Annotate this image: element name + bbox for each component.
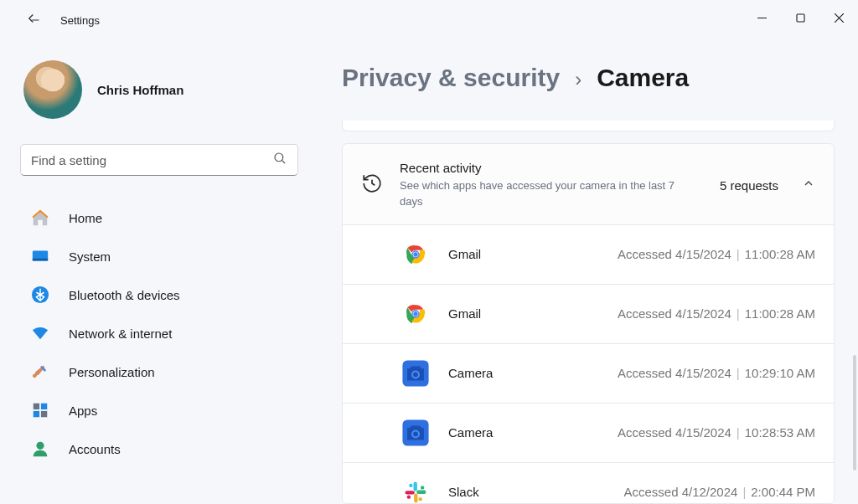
sidebar-item-personalization[interactable]: Personalization bbox=[20, 353, 298, 390]
breadcrumb: Privacy & security › Camera bbox=[342, 64, 835, 92]
sidebar-item-label: Personalization bbox=[69, 365, 155, 379]
svg-rect-3 bbox=[33, 259, 48, 261]
sidebar-item-home[interactable]: Home bbox=[20, 199, 298, 236]
activity-app-name: Gmail bbox=[448, 247, 540, 261]
recent-activity-header[interactable]: Recent activity See which apps have acce… bbox=[343, 144, 834, 224]
close-button[interactable] bbox=[819, 0, 858, 35]
svg-rect-27 bbox=[406, 491, 415, 494]
system-icon bbox=[30, 246, 50, 266]
camera-icon bbox=[401, 419, 430, 447]
svg-point-28 bbox=[409, 483, 412, 486]
maximize-icon bbox=[796, 13, 805, 23]
svg-rect-7 bbox=[34, 411, 39, 417]
activity-app-name: Camera bbox=[448, 425, 540, 440]
activity-access-time: Accessed 4/12/2024|2:00:44 PM bbox=[559, 485, 815, 499]
panel-title: Recent activity bbox=[400, 161, 703, 175]
bluetooth-icon bbox=[30, 285, 50, 305]
breadcrumb-parent[interactable]: Privacy & security bbox=[342, 64, 560, 92]
activity-row[interactable]: GmailAccessed 4/15/2024|11:00:28 AM bbox=[343, 224, 834, 284]
request-count: 5 requests bbox=[720, 178, 778, 193]
svg-rect-25 bbox=[416, 490, 426, 493]
prev-card-bottom bbox=[342, 121, 835, 131]
svg-point-31 bbox=[407, 495, 411, 498]
history-icon bbox=[361, 172, 383, 198]
slack-icon bbox=[401, 478, 430, 504]
camera-icon bbox=[401, 359, 430, 388]
sidebar-item-label: Home bbox=[69, 211, 102, 225]
user-profile[interactable]: Chris Hoffman bbox=[20, 60, 298, 119]
activity-access-time: Accessed 4/15/2024|11:00:28 AM bbox=[559, 247, 815, 261]
wifi-icon bbox=[30, 323, 50, 343]
sidebar-item-system[interactable]: System bbox=[20, 238, 298, 275]
svg-point-30 bbox=[418, 497, 421, 501]
brush-icon bbox=[30, 362, 50, 382]
search-box[interactable] bbox=[20, 144, 298, 176]
back-button[interactable] bbox=[23, 11, 42, 29]
activity-access-time: Accessed 4/15/2024|10:29:10 AM bbox=[559, 366, 815, 380]
activity-row[interactable]: CameraAccessed 4/15/2024|10:28:53 AM bbox=[343, 403, 834, 462]
sidebar-item-label: Apps bbox=[69, 404, 97, 418]
activity-app-name: Gmail bbox=[448, 306, 540, 321]
sidebar-item-accounts[interactable]: Accounts bbox=[20, 430, 298, 467]
chrome-icon bbox=[401, 300, 430, 328]
activity-row[interactable]: CameraAccessed 4/15/2024|10:29:10 AM bbox=[343, 343, 834, 403]
svg-point-1 bbox=[275, 153, 283, 162]
sidebar-item-label: Accounts bbox=[69, 442, 121, 456]
svg-rect-8 bbox=[41, 411, 47, 417]
svg-point-13 bbox=[413, 252, 417, 256]
sidebar-item-network[interactable]: Network & internet bbox=[20, 315, 298, 352]
activity-app-name: Camera bbox=[448, 366, 540, 380]
collapse-button[interactable] bbox=[802, 177, 815, 193]
close-icon bbox=[835, 13, 844, 23]
svg-rect-5 bbox=[34, 404, 39, 409]
activity-app-name: Slack bbox=[448, 485, 540, 499]
app-title: Settings bbox=[60, 14, 100, 27]
svg-rect-0 bbox=[797, 14, 804, 22]
sidebar-item-label: Bluetooth & devices bbox=[69, 288, 180, 302]
svg-point-29 bbox=[421, 486, 424, 489]
search-input[interactable] bbox=[31, 153, 272, 167]
svg-point-9 bbox=[36, 442, 44, 450]
user-name: Chris Hoffman bbox=[97, 83, 183, 97]
sidebar-nav: Home System Bluetooth & devices Network … bbox=[20, 199, 298, 467]
sidebar-item-label: System bbox=[69, 249, 111, 264]
chrome-icon bbox=[401, 240, 430, 269]
sidebar-item-label: Network & internet bbox=[69, 327, 172, 341]
search-icon bbox=[272, 151, 287, 169]
page-title: Camera bbox=[597, 64, 689, 92]
chevron-right-icon: › bbox=[575, 68, 581, 91]
svg-rect-24 bbox=[414, 481, 417, 491]
maximize-button[interactable] bbox=[781, 0, 819, 35]
sidebar-item-bluetooth[interactable]: Bluetooth & devices bbox=[20, 276, 298, 313]
home-icon bbox=[30, 208, 50, 228]
svg-rect-26 bbox=[414, 493, 417, 502]
activity-access-time: Accessed 4/15/2024|10:28:53 AM bbox=[559, 425, 815, 440]
apps-icon bbox=[30, 400, 50, 420]
svg-rect-6 bbox=[41, 404, 47, 409]
activity-row[interactable]: GmailAccessed 4/15/2024|11:00:28 AM bbox=[343, 284, 834, 343]
account-icon bbox=[30, 439, 50, 459]
scrollbar-thumb[interactable] bbox=[853, 355, 856, 471]
activity-row[interactable]: SlackAccessed 4/12/2024|2:00:44 PM bbox=[343, 462, 834, 504]
avatar bbox=[23, 60, 82, 119]
minimize-button[interactable] bbox=[742, 0, 781, 35]
sidebar-item-apps[interactable]: Apps bbox=[20, 392, 298, 429]
panel-subtitle: See which apps have accessed your camera… bbox=[400, 178, 685, 208]
svg-point-20 bbox=[413, 372, 418, 377]
minimize-icon bbox=[757, 13, 767, 23]
svg-point-23 bbox=[413, 431, 418, 436]
chevron-up-icon bbox=[802, 177, 815, 190]
activity-access-time: Accessed 4/15/2024|11:00:28 AM bbox=[559, 306, 815, 321]
svg-point-17 bbox=[413, 311, 417, 316]
recent-activity-panel: Recent activity See which apps have acce… bbox=[342, 143, 835, 504]
